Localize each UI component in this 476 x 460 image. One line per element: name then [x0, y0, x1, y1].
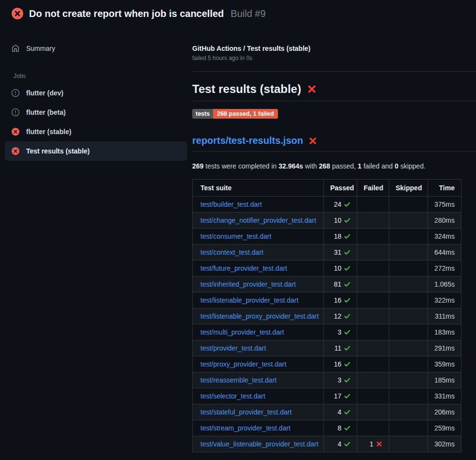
- check-icon: [344, 441, 351, 447]
- test-suite-link[interactable]: test/listenable_proxy_provider_test.dart: [200, 312, 319, 320]
- check-icon: [344, 393, 351, 399]
- table-row: test/listenable_provider_test.dart16322m…: [193, 292, 461, 308]
- check-icon: [344, 409, 351, 415]
- skipped-cell: [389, 324, 428, 340]
- failed-cell: [357, 372, 389, 388]
- sidebar-item-flutter-beta[interactable]: flutter (beta): [5, 103, 187, 122]
- failed-cell: [357, 388, 389, 404]
- test-suite-cell: test/stateful_provider_test.dart: [193, 404, 324, 420]
- test-suite-cell: test/inherited_provider_test.dart: [193, 276, 324, 292]
- test-suite-link[interactable]: test/builder_test.dart: [200, 200, 262, 208]
- failed-cell: [357, 308, 389, 324]
- passed-cell: 31: [324, 245, 357, 261]
- time-cell: 206ms: [428, 404, 461, 420]
- skipped-cell: [389, 261, 428, 276]
- tests-badge: tests 268 passed, 1 failed: [192, 109, 278, 119]
- test-suite-link[interactable]: test/stateful_provider_test.dart: [200, 408, 292, 416]
- time-cell: 644ms: [428, 245, 461, 261]
- badge-value: 268 passed, 1 failed: [213, 109, 277, 119]
- time-cell: 185ms: [428, 372, 461, 388]
- test-suite-link[interactable]: test/listenable_provider_test.dart: [200, 296, 298, 304]
- passed-cell: 3: [324, 324, 357, 340]
- skipped-cell: [389, 197, 428, 213]
- passed-cell: 16: [324, 292, 357, 308]
- count: 10: [334, 264, 341, 272]
- count: 1: [369, 440, 373, 448]
- test-suite-link[interactable]: test/reassemble_test.dart: [200, 376, 276, 384]
- page-title: Do not create report when job is cancell…: [29, 8, 224, 19]
- failed-cell: [357, 229, 389, 245]
- time-cell: 1.065s: [428, 276, 461, 292]
- check-icon: [344, 425, 351, 431]
- sidebar-item-summary[interactable]: Summary: [5, 39, 187, 58]
- failed-cell: 1: [357, 436, 389, 452]
- test-suite-cell: test/change_notifier_provider_test.dart: [193, 213, 324, 229]
- test-suite-link[interactable]: test/consumer_test.dart: [200, 232, 271, 240]
- sidebar-item-flutter-stable[interactable]: flutter (stable): [5, 122, 187, 141]
- jobs-list: flutter (dev)flutter (beta)flutter (stab…: [0, 83, 192, 161]
- count: 4: [338, 440, 341, 448]
- test-suite-link[interactable]: test/inherited_provider_test.dart: [200, 280, 296, 288]
- check-icon: [344, 217, 351, 224]
- jobs-section-label: Jobs: [0, 73, 192, 79]
- check-icon: [344, 313, 351, 320]
- time-cell: 359ms: [428, 356, 461, 372]
- time-cell: 322ms: [428, 292, 461, 308]
- sidebar-item-test-results-stable[interactable]: Test results (stable): [5, 141, 187, 161]
- count: 31: [334, 248, 341, 256]
- test-suite-link[interactable]: test/stream_provider_test.dart: [200, 424, 291, 432]
- test-suite-link[interactable]: test/multi_provider_test.dart: [200, 328, 284, 336]
- sidebar-item-label: flutter (dev): [26, 89, 63, 97]
- time-cell: 291ms: [428, 340, 461, 356]
- skipped-cell: [389, 372, 428, 388]
- table-row: test/change_notifier_provider_test.dart1…: [193, 213, 461, 229]
- passed-cell: 17: [324, 388, 357, 404]
- time-cell: 311ms: [428, 308, 461, 324]
- sidebar-item-flutter-dev[interactable]: flutter (dev): [5, 83, 187, 103]
- table-row: test/builder_test.dart24375ms: [193, 197, 461, 213]
- summary-segment: passed,: [330, 162, 358, 170]
- count: 81: [334, 280, 341, 288]
- breadcrumb: GitHub Actions / Test results (stable): [192, 45, 476, 52]
- time-cell: 331ms: [428, 388, 461, 404]
- test-suite-cell: test/context_test.dart: [193, 245, 324, 261]
- test-suite-cell: test/listenable_proxy_provider_test.dart: [193, 308, 324, 324]
- fail-circle-icon: [12, 128, 19, 136]
- passed-cell: 10: [324, 213, 357, 229]
- fail-circle-icon: [12, 147, 19, 155]
- failed-cell: [357, 292, 389, 308]
- failed-cell: [357, 197, 389, 213]
- skipped-cell: [389, 229, 428, 245]
- passed-cell: 11: [324, 340, 357, 356]
- table-row: test/consumer_test.dart18324ms: [193, 229, 461, 245]
- check-icon: [344, 297, 351, 304]
- summary-segment: skipped.: [399, 162, 426, 170]
- run-meta: failed 5 hours ago in 0s: [192, 55, 476, 61]
- check-icon: [344, 345, 351, 352]
- table-row: test/inherited_provider_test.dart811.065…: [193, 276, 461, 292]
- divider: [192, 71, 476, 72]
- home-icon: [12, 45, 19, 52]
- test-suite-link[interactable]: test/proxy_provider_test.dart: [200, 360, 286, 368]
- test-suite-link[interactable]: test/selector_test.dart: [200, 392, 265, 400]
- sidebar-item-label: Test results (stable): [26, 147, 90, 155]
- test-suite-link[interactable]: test/value_listenable_provider_test.dart: [200, 440, 319, 448]
- passed-cell: 16: [324, 356, 357, 372]
- test-suite-cell: test/consumer_test.dart: [193, 229, 324, 245]
- report-file-link[interactable]: reports/test-results.json: [192, 135, 303, 146]
- passed-cell: 4: [324, 404, 357, 420]
- sidebar-item-label: flutter (stable): [26, 128, 71, 136]
- main-content: GitHub Actions / Test results (stable) f…: [192, 27, 476, 452]
- test-suite-link[interactable]: test/future_provider_test.dart: [200, 264, 287, 272]
- failed-cell: [357, 245, 389, 261]
- test-suite-link[interactable]: test/change_notifier_provider_test.dart: [200, 216, 316, 224]
- passed-cell: 24: [324, 197, 357, 213]
- count: 12: [334, 312, 341, 320]
- cross-mark-icon: [307, 84, 317, 94]
- column-header-test-suite: Test suite: [193, 180, 324, 197]
- fail-circle-icon: [12, 8, 23, 19]
- time-cell: 375ms: [428, 197, 461, 213]
- test-suite-link[interactable]: test/context_test.dart: [200, 248, 263, 256]
- sidebar-item-label: flutter (beta): [26, 108, 66, 116]
- test-suite-link[interactable]: test/provider_test.dart: [200, 344, 266, 352]
